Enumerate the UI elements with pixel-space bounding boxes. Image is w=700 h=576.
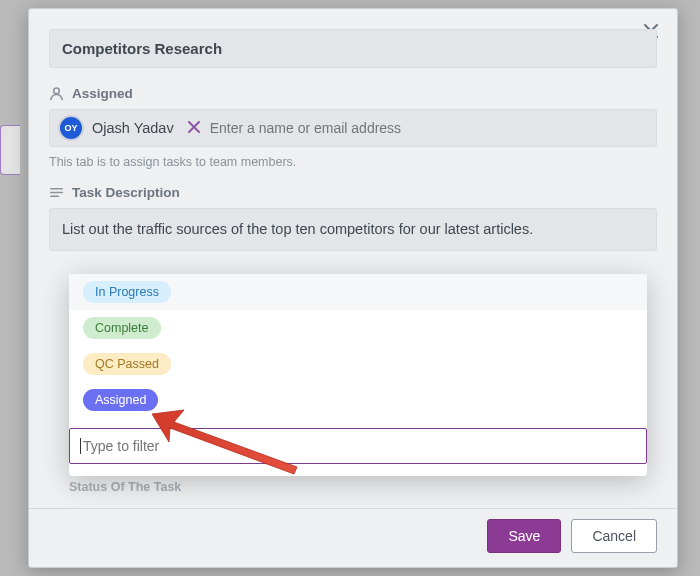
- assigned-section-label: Assigned: [49, 86, 657, 101]
- status-pill: Complete: [83, 317, 161, 339]
- task-modal: Competitors Research Assigned OY Ojash Y…: [28, 8, 678, 568]
- avatar: OY: [58, 115, 84, 141]
- svg-point-0: [54, 88, 60, 94]
- save-button[interactable]: Save: [487, 519, 561, 553]
- status-label-dimmed: Status Of The Task: [69, 480, 181, 494]
- assignee-field[interactable]: OY Ojash Yadav: [49, 109, 657, 147]
- status-pill: QC Passed: [83, 353, 171, 375]
- task-description-input[interactable]: List out the traffic sources of the top …: [49, 208, 657, 251]
- assignee-helper-text: This tab is to assign tasks to team memb…: [49, 155, 657, 169]
- status-pill: Assigned: [83, 389, 158, 411]
- status-option-complete[interactable]: Complete: [69, 310, 647, 346]
- status-dropdown: In Progress Complete QC Passed Assigned: [69, 274, 647, 476]
- status-filter-field[interactable]: [69, 428, 647, 464]
- assignee-name: Ojash Yadav: [92, 120, 174, 136]
- assigned-label-text: Assigned: [72, 86, 133, 101]
- text-caret: [80, 438, 81, 454]
- description-label-text: Task Description: [72, 185, 180, 200]
- remove-assignee-button[interactable]: [182, 119, 206, 137]
- status-option-assigned[interactable]: Assigned: [69, 382, 647, 418]
- background-card-sliver: [0, 125, 20, 175]
- status-option-qc-passed[interactable]: QC Passed: [69, 346, 647, 382]
- lines-icon: [49, 185, 64, 200]
- cancel-button[interactable]: Cancel: [571, 519, 657, 553]
- remove-icon: [188, 121, 200, 133]
- task-title-input[interactable]: Competitors Research: [49, 29, 657, 68]
- modal-footer: Save Cancel: [29, 508, 677, 567]
- status-pill: In Progress: [83, 281, 171, 303]
- assignee-search-input[interactable]: [206, 116, 648, 140]
- status-option-in-progress[interactable]: In Progress: [69, 274, 647, 310]
- person-icon: [49, 86, 64, 101]
- status-filter-input[interactable]: [83, 438, 636, 454]
- description-section-label: Task Description: [49, 185, 657, 200]
